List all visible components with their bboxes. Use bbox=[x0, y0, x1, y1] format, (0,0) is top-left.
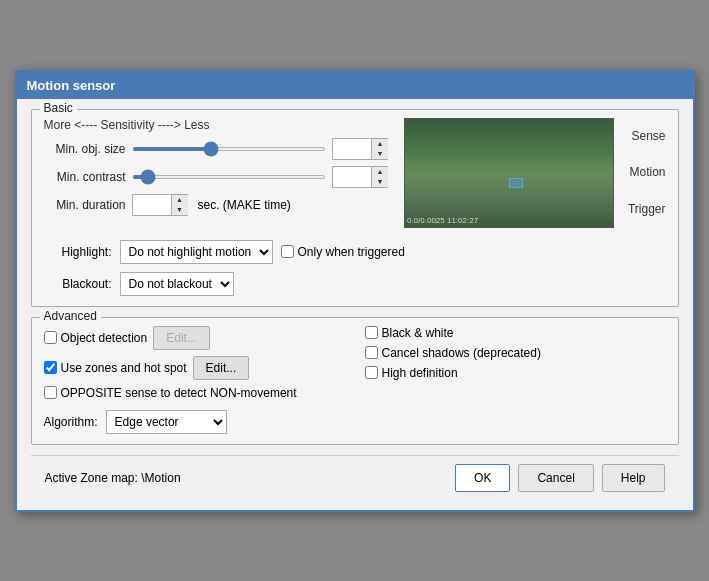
dialog-title: Motion sensor bbox=[27, 78, 116, 93]
blackout-row: Blackout: Do not blackout Blackout bbox=[44, 272, 666, 296]
algorithm-select[interactable]: Edge vector Frame difference Pixel chang… bbox=[106, 410, 227, 434]
side-label-motion: Motion bbox=[629, 165, 665, 179]
min-duration-suffix: sec. (MAKE time) bbox=[198, 198, 291, 212]
high-def-checkbox[interactable] bbox=[365, 366, 378, 379]
opposite-sense-checkbox[interactable] bbox=[44, 386, 57, 399]
high-def-label[interactable]: High definition bbox=[365, 366, 458, 380]
min-duration-label: Min. duration bbox=[44, 198, 126, 212]
object-detection-row: Object detection Edit... bbox=[44, 326, 345, 350]
opposite-sense-row: OPPOSITE sense to detect NON-movement bbox=[44, 386, 345, 400]
dialog-body: Basic More <---- Sensitivity ----> Less … bbox=[17, 99, 693, 510]
basic-section: Basic More <---- Sensitivity ----> Less … bbox=[31, 109, 679, 307]
min-duration-spinner-buttons: ▲ ▼ bbox=[171, 195, 188, 215]
min-obj-size-spinner: 200 ▲ ▼ bbox=[332, 138, 388, 160]
min-contrast-input[interactable]: 20 bbox=[333, 168, 371, 186]
min-contrast-label: Min. contrast bbox=[44, 170, 126, 184]
min-duration-spinner: 0.3 ▲ ▼ bbox=[132, 194, 188, 216]
blackout-label: Blackout: bbox=[44, 277, 112, 291]
highlight-row: Highlight: Do not highlight motion Highl… bbox=[44, 240, 666, 264]
min-obj-size-input[interactable]: 200 bbox=[333, 140, 371, 158]
min-contrast-row: Min. contrast 20 ▲ ▼ bbox=[44, 166, 388, 188]
use-zones-edit-button[interactable]: Edit... bbox=[193, 356, 250, 380]
cancel-shadows-label[interactable]: Cancel shadows (deprecated) bbox=[365, 346, 541, 360]
cancel-shadows-checkbox[interactable] bbox=[365, 346, 378, 359]
object-detection-checkbox[interactable] bbox=[44, 331, 57, 344]
highlight-label: Highlight: bbox=[44, 245, 112, 259]
cancel-shadows-row: Cancel shadows (deprecated) bbox=[365, 346, 666, 360]
only-when-triggered-label[interactable]: Only when triggered bbox=[281, 245, 405, 259]
object-detection-label[interactable]: Object detection bbox=[44, 331, 148, 345]
min-contrast-up[interactable]: ▲ bbox=[372, 167, 388, 177]
use-zones-row: Use zones and hot spot Edit... bbox=[44, 356, 345, 380]
basic-section-label: Basic bbox=[40, 101, 77, 115]
use-zones-label[interactable]: Use zones and hot spot bbox=[44, 361, 187, 375]
use-zones-checkbox[interactable] bbox=[44, 361, 57, 374]
camera-preview: 0.0/0.0025 11:02:27 bbox=[404, 118, 614, 228]
camera-timestamp: 0.0/0.0025 11:02:27 bbox=[407, 216, 478, 225]
object-detection-text: Object detection bbox=[61, 331, 148, 345]
sliders-and-camera: More <---- Sensitivity ----> Less Min. o… bbox=[44, 118, 666, 228]
active-zone-label: Active Zone map: bbox=[45, 471, 138, 485]
only-when-triggered-text: Only when triggered bbox=[298, 245, 405, 259]
min-obj-size-slider[interactable] bbox=[132, 147, 326, 151]
footer-buttons: OK Cancel Help bbox=[455, 464, 664, 492]
use-zones-text: Use zones and hot spot bbox=[61, 361, 187, 375]
min-duration-down[interactable]: ▼ bbox=[172, 205, 188, 215]
min-obj-size-down[interactable]: ▼ bbox=[372, 149, 388, 159]
advanced-right: Black & white Cancel shadows (deprecated… bbox=[355, 326, 666, 434]
camera-preview-image bbox=[405, 119, 613, 227]
min-obj-size-slider-container bbox=[132, 139, 326, 159]
algorithm-label: Algorithm: bbox=[44, 415, 98, 429]
basic-content: More <---- Sensitivity ----> Less Min. o… bbox=[44, 118, 666, 296]
highlight-select[interactable]: Do not highlight motion Highlight motion… bbox=[120, 240, 273, 264]
high-def-row: High definition bbox=[365, 366, 666, 380]
side-labels: Sense Motion Trigger bbox=[622, 118, 666, 228]
advanced-content: Object detection Edit... Use zones and h… bbox=[44, 326, 666, 434]
only-when-triggered-checkbox[interactable] bbox=[281, 245, 294, 258]
highlight-blackout-section: Highlight: Do not highlight motion Highl… bbox=[44, 240, 666, 296]
active-zone-value: \Motion bbox=[141, 471, 180, 485]
object-detection-edit-button[interactable]: Edit... bbox=[153, 326, 210, 350]
advanced-section-label: Advanced bbox=[40, 309, 101, 323]
high-def-text: High definition bbox=[382, 366, 458, 380]
black-white-row: Black & white bbox=[365, 326, 666, 340]
min-duration-input[interactable]: 0.3 bbox=[133, 196, 171, 214]
opposite-sense-label[interactable]: OPPOSITE sense to detect NON-movement bbox=[44, 386, 297, 400]
side-label-sense: Sense bbox=[631, 129, 665, 143]
sensitivity-label: More <---- Sensitivity ----> Less bbox=[44, 118, 388, 132]
sensitivity-row: More <---- Sensitivity ----> Less bbox=[44, 118, 388, 132]
min-contrast-spinner: 20 ▲ ▼ bbox=[332, 166, 388, 188]
dialog-title-bar: Motion sensor bbox=[17, 72, 693, 99]
blackout-select[interactable]: Do not blackout Blackout bbox=[120, 272, 234, 296]
black-white-text: Black & white bbox=[382, 326, 454, 340]
cancel-button[interactable]: Cancel bbox=[518, 464, 593, 492]
min-obj-size-row: Min. obj. size 200 ▲ ▼ bbox=[44, 138, 388, 160]
cancel-shadows-text: Cancel shadows (deprecated) bbox=[382, 346, 541, 360]
slider-rows: More <---- Sensitivity ----> Less Min. o… bbox=[44, 118, 396, 228]
dialog-footer: Active Zone map: \Motion OK Cancel Help bbox=[31, 455, 679, 500]
min-obj-size-label: Min. obj. size bbox=[44, 142, 126, 156]
black-white-label[interactable]: Black & white bbox=[365, 326, 454, 340]
min-contrast-slider-container bbox=[132, 167, 326, 187]
advanced-left: Object detection Edit... Use zones and h… bbox=[44, 326, 345, 434]
ok-button[interactable]: OK bbox=[455, 464, 510, 492]
side-label-trigger: Trigger bbox=[628, 202, 666, 216]
motion-sensor-dialog: Motion sensor Basic More <---- Sensitivi… bbox=[15, 70, 695, 512]
active-zone-map: Active Zone map: \Motion bbox=[45, 471, 181, 485]
min-duration-row: Min. duration 0.3 ▲ ▼ sec. (MAKE time) bbox=[44, 194, 388, 216]
help-button[interactable]: Help bbox=[602, 464, 665, 492]
min-contrast-spinner-buttons: ▲ ▼ bbox=[371, 167, 388, 187]
min-contrast-down[interactable]: ▼ bbox=[372, 177, 388, 187]
min-duration-up[interactable]: ▲ bbox=[172, 195, 188, 205]
opposite-sense-text: OPPOSITE sense to detect NON-movement bbox=[61, 386, 297, 400]
min-contrast-slider[interactable] bbox=[132, 175, 326, 179]
camera-motion-box bbox=[509, 178, 523, 188]
min-obj-size-up[interactable]: ▲ bbox=[372, 139, 388, 149]
black-white-checkbox[interactable] bbox=[365, 326, 378, 339]
min-obj-size-spinner-buttons: ▲ ▼ bbox=[371, 139, 388, 159]
advanced-section: Advanced Object detection Edit... Use zo… bbox=[31, 317, 679, 445]
algorithm-row: Algorithm: Edge vector Frame difference … bbox=[44, 410, 345, 434]
